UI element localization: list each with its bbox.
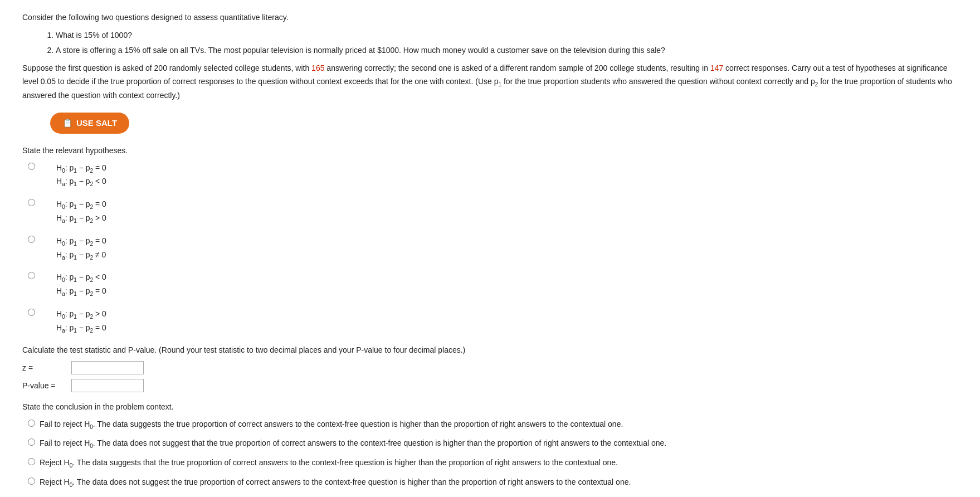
hypothesis-option-5: H0: p1 − p2 > 0 Ha: p1 − p2 = 0 [28, 308, 958, 335]
hypothesis-block-2: H0: p1 − p2 = 0 Ha: p1 − p2 > 0 [56, 198, 106, 226]
hypothesis-block-4: H0: p1 − p2 < 0 Ha: p1 − p2 = 0 [56, 271, 106, 299]
question-list: What is 15% of 1000? A store is offering… [56, 29, 958, 56]
h0-5: H0: p1 − p2 > 0 [56, 308, 106, 321]
conclusion-radio-2[interactable] [28, 438, 35, 446]
conclusion-option-3: Reject H0. The data suggests that the tr… [28, 456, 958, 470]
hypothesis-radio-5[interactable] [28, 309, 35, 316]
conclusion-radio-3[interactable] [28, 458, 35, 465]
hypothesis-radio-2[interactable] [28, 199, 35, 206]
pvalue-label: P-value = [22, 381, 67, 390]
problem-text-middle: answering correctly; the second one is a… [324, 64, 710, 72]
hypothesis-option-3: H0: p1 − p2 = 0 Ha: p1 − p2 ≠ 0 [28, 235, 958, 262]
num-147: 147 [710, 64, 723, 72]
hypothesis-radio-4[interactable] [28, 272, 35, 279]
z-row: z = [22, 361, 958, 374]
question-2: A store is offering a 15% off sale on al… [56, 44, 958, 56]
salt-label: USE SALT [76, 118, 117, 128]
conclusion-radio-1[interactable] [28, 420, 35, 427]
h0-1: H0: p1 − p2 = 0 [56, 162, 106, 176]
ha-1: Ha: p1 − p2 < 0 [56, 175, 106, 189]
problem-text-before-165: Suppose the first question is asked of 2… [22, 64, 311, 72]
hypothesis-block-5: H0: p1 − p2 > 0 Ha: p1 − p2 = 0 [56, 308, 106, 335]
hypothesis-option-1: H0: p1 − p2 = 0 Ha: p1 − p2 < 0 [28, 162, 958, 189]
z-input[interactable] [71, 361, 144, 374]
problem-paragraph: Suppose the first question is asked of 2… [22, 62, 958, 102]
problem-p1-desc: for the true proportion students who ans… [501, 77, 815, 86]
h0-4: H0: p1 − p2 < 0 [56, 271, 106, 285]
conclusion-text-1: Fail to reject H0. The data suggests the… [40, 418, 623, 432]
ha-2: Ha: p1 − p2 > 0 [56, 212, 106, 226]
conclusion-radio-4[interactable] [28, 477, 35, 485]
calc-section: Calculate the test statistic and P-value… [22, 345, 958, 392]
conclusion-label: State the conclusion in the problem cont… [22, 402, 958, 411]
h0-3: H0: p1 − p2 = 0 [56, 235, 106, 248]
pvalue-row: P-value = [22, 379, 958, 392]
hypothesis-option-4: H0: p1 − p2 < 0 Ha: p1 − p2 = 0 [28, 271, 958, 299]
hypothesis-radio-3[interactable] [28, 236, 35, 243]
intro-text: Consider the following two questions des… [22, 11, 958, 23]
conclusion-option-4: Reject H0. The data does not suggest the… [28, 476, 958, 490]
conclusion-text-2: Fail to reject H0. The data does not sug… [40, 437, 666, 451]
use-salt-button[interactable]: 📋 USE SALT [50, 113, 129, 134]
hypothesis-options: H0: p1 − p2 = 0 Ha: p1 − p2 < 0 H0: p1 −… [22, 162, 958, 335]
h0-2: H0: p1 − p2 = 0 [56, 198, 106, 212]
conclusion-option-1: Fail to reject H0. The data suggests the… [28, 418, 958, 432]
question-1: What is 15% of 1000? [56, 29, 958, 41]
num-165: 165 [311, 64, 324, 72]
hypothesis-block-3: H0: p1 − p2 = 0 Ha: p1 − p2 ≠ 0 [56, 235, 106, 262]
z-label: z = [22, 363, 67, 372]
conclusion-text-4: Reject H0. The data does not suggest the… [40, 476, 631, 490]
salt-icon: 📋 [62, 118, 73, 128]
conclusion-section: State the conclusion in the problem cont… [22, 402, 958, 490]
hypothesis-option-2: H0: p1 − p2 = 0 Ha: p1 − p2 > 0 [28, 198, 958, 226]
pvalue-input[interactable] [71, 379, 144, 392]
hypotheses-section-label: State the relevant hypotheses. [22, 146, 958, 155]
ha-4: Ha: p1 − p2 = 0 [56, 285, 106, 299]
conclusion-text-3: Reject H0. The data suggests that the tr… [40, 456, 618, 470]
conclusion-option-2: Fail to reject H0. The data does not sug… [28, 437, 958, 451]
calc-label: Calculate the test statistic and P-value… [22, 345, 958, 354]
ha-3: Ha: p1 − p2 ≠ 0 [56, 248, 106, 262]
hypothesis-radio-1[interactable] [28, 163, 35, 170]
hypothesis-block-1: H0: p1 − p2 = 0 Ha: p1 − p2 < 0 [56, 162, 106, 189]
ha-5: Ha: p1 − p2 = 0 [56, 321, 106, 335]
